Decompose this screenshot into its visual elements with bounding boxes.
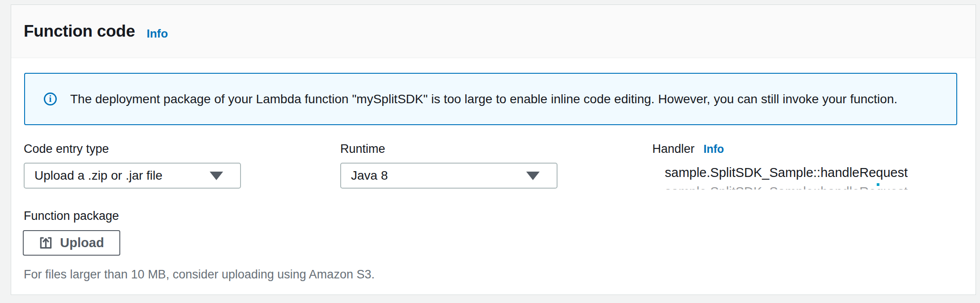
- code-entry-type-label: Code entry type: [24, 142, 109, 156]
- code-entry-type-value: Upload a .zip or .jar file: [34, 168, 162, 183]
- runtime-label: Runtime: [340, 142, 385, 156]
- handler-clipped-text-artifact: sample.SplitSDK_Sample::handleRequest: [665, 185, 908, 189]
- lambda-function-code-page: Function code Info i The deployment pack…: [0, 0, 980, 303]
- handler-label-row: HandlerInfo: [652, 142, 724, 156]
- page-title: Function code: [24, 22, 135, 41]
- function-package-label: Function package: [24, 209, 119, 223]
- upload-button-label: Upload: [60, 236, 104, 250]
- upload-hint: For files larger than 10 MB, consider up…: [24, 268, 375, 282]
- upload-icon: [39, 236, 53, 250]
- alert-message: The deployment package of your Lambda fu…: [70, 92, 897, 106]
- function-code-panel: Function code Info i The deployment pack…: [11, 4, 976, 295]
- handler-label: Handler: [652, 142, 695, 156]
- handler-info-link[interactable]: Info: [704, 143, 724, 155]
- dropdown-caret-icon: [526, 172, 540, 180]
- function-code-info-link[interactable]: Info: [147, 27, 168, 41]
- runtime-value: Java 8: [351, 168, 388, 183]
- dropdown-caret-icon: [210, 172, 223, 180]
- upload-button[interactable]: Upload: [23, 230, 120, 256]
- panel-body: i The deployment package of your Lambda …: [11, 59, 976, 295]
- info-alert: i The deployment package of your Lambda …: [24, 73, 957, 125]
- info-circle-icon: i: [44, 93, 57, 105]
- runtime-select[interactable]: Java 8: [340, 163, 558, 189]
- panel-header: Function code Info: [11, 5, 976, 58]
- handler-value[interactable]: sample.SplitSDK_Sample::handleRequest: [665, 165, 908, 180]
- code-entry-type-select[interactable]: Upload a .zip or .jar file: [24, 163, 241, 189]
- text-cursor-artifact: [877, 183, 879, 186]
